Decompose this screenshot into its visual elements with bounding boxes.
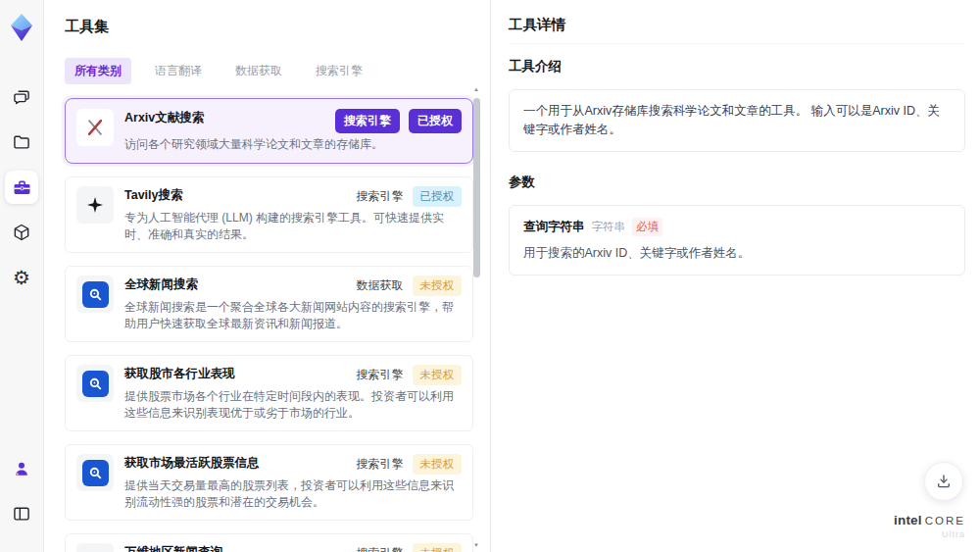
tool-description: 全球新闻搜索是一个聚合全球各大新闻网站内容的搜索引擎，帮助用户快速获取全球最新资… [124,299,462,332]
news-search-icon [76,365,114,402]
details-title: 工具详情 [509,16,965,44]
tool-description: 专为人工智能代理 (LLM) 构建的搜索引擎工具。可快速提供实时、准确和真实的结… [124,210,462,243]
tool-list: Arxiv文献搜索 搜索引擎 已授权 访问各个研究领域大量科学论文和文章的存储库… [65,98,473,552]
scrollbar-thumb[interactable] [473,98,480,277]
brand-core: CORE [925,515,965,527]
category-tab[interactable]: 语言翻译 [145,58,212,84]
sidebar-nav: ⚙ [5,80,38,306]
briefcase-icon [12,177,32,198]
news-search-icon [76,276,114,313]
tool-status-badge: 未授权 [413,543,463,552]
sidebar-item-tools[interactable] [5,171,38,204]
tool-category-label: 搜索引擎 [357,545,404,552]
gear-icon: ⚙ [13,268,30,287]
sidebar: ⚙ [0,0,44,552]
category-tab[interactable]: 所有类别 [65,58,131,84]
page-title: 工具集 [65,18,470,36]
category-tab[interactable]: 数据获取 [225,58,292,84]
app-window: ⚙ 工具集 所有类别语言翻译数据获取搜索引擎 Arxiv文献搜索 搜索 [0,0,980,552]
tool-status-badge: 未授权 [413,365,463,385]
param-required-badge: 必填 [632,218,662,236]
intel-core-logo: intelCORE Ultra [894,511,965,540]
tool-name: Arxiv文献搜索 [124,109,335,126]
tool-card[interactable]: 获取市场最活跃股票信息 搜索引擎 未授权 提供当天交易量最高的股票列表，投资者可… [65,444,473,521]
params-heading: 参数 [509,174,965,191]
param-name: 查询字符串 [523,218,585,236]
news-search-icon [76,454,114,491]
scroll-up-icon[interactable]: ▲ [472,86,480,92]
parameter-card: 查询字符串 字符串 必填 用于搜索的Arxiv ID、关键字或作者姓名。 [509,205,965,276]
sidebar-item-settings[interactable]: ⚙ [5,261,38,294]
intro-heading: 工具介绍 [509,58,965,75]
brand-ultra: Ultra [894,530,965,540]
newspaper-icon [76,543,114,552]
sidebar-item-packages[interactable] [5,216,38,249]
user-avatar-icon[interactable] [5,452,38,485]
tool-card[interactable]: 全球新闻搜索 数据获取 未授权 全球新闻搜索是一个聚合全球各大新闻网站内容的搜索… [65,266,473,342]
tool-intro-text: 一个用于从Arxiv存储库搜索科学论文和文章的工具。 输入可以是Arxiv ID… [509,89,965,152]
tool-category-label: 搜索引擎 [357,367,404,383]
tool-description: 访问各个研究领域大量科学论文和文章的存储库。 [124,136,462,153]
list-scrollbar[interactable]: ▲ ▼ [472,86,480,548]
tool-name: 获取股市各行业表现 [124,365,357,382]
tavily-icon [76,186,114,224]
category-tab[interactable]: 搜索引擎 [306,58,372,84]
tool-status-badge: 已授权 [413,186,463,207]
download-icon [935,473,953,490]
tool-status-badge: 未授权 [413,276,463,296]
toolset-panel: 工具集 所有类别语言翻译数据获取搜索引擎 Arxiv文献搜索 搜索引擎 已授权 … [44,0,490,552]
tool-category-label: 数据获取 [357,277,404,294]
param-type: 字符串 [592,219,626,235]
arxiv-icon [76,109,114,146]
sidebar-item-folder[interactable] [5,125,38,159]
tool-description: 提供股票市场各个行业在特定时间段内的表现。投资者可以利用这些信息来识别表现优于或… [124,388,462,422]
tool-category-label: 搜索引擎 [357,456,404,473]
app-logo-icon[interactable] [7,12,36,43]
tool-name: Tavily搜索 [124,186,357,204]
tool-category-label: 搜索引擎 [357,188,404,205]
tool-description: 提供当天交易量最高的股票列表，投资者可以利用这些信息来识别流动性强的股票和潜在的… [124,477,462,511]
tool-details-panel: 工具详情 工具介绍 一个用于从Arxiv存储库搜索科学论文和文章的工具。 输入可… [490,0,980,552]
tool-card[interactable]: 获取股市各行业表现 搜索引擎 未授权 提供股票市场各个行业在特定时间段内的表现。… [65,355,473,431]
cube-icon [12,223,31,242]
param-description: 用于搜索的Arxiv ID、关键字或作者姓名。 [523,244,951,263]
collapse-panel-icon[interactable] [5,497,38,530]
folder-icon [12,132,31,152]
category-tabs: 所有类别语言翻译数据获取搜索引擎 [65,58,470,84]
tool-name: 万维地区新闻查询 [124,543,357,552]
tool-card[interactable]: Arxiv文献搜索 搜索引擎 已授权 访问各个研究领域大量科学论文和文章的存储库… [65,98,473,164]
tool-name: 获取市场最活跃股票信息 [124,454,357,472]
chat-icon [12,87,31,107]
tool-card[interactable]: Tavily搜索 搜索引擎 已授权 专为人工智能代理 (LLM) 构建的搜索引擎… [65,176,473,253]
brand-intel: intel [894,513,922,527]
tool-name: 全球新闻搜索 [124,276,357,293]
tool-category-label: 搜索引擎 [335,109,400,133]
download-button[interactable] [924,462,963,501]
scroll-down-icon[interactable]: ▼ [472,542,480,548]
sidebar-item-chat[interactable] [5,80,38,114]
tool-status-badge: 已授权 [409,109,462,133]
tool-status-badge: 未授权 [413,454,463,475]
tool-card[interactable]: 万维地区新闻查询 搜索引擎 未授权 查询具体行政区划内的新闻，快速了解各地新闻动 [65,533,473,552]
